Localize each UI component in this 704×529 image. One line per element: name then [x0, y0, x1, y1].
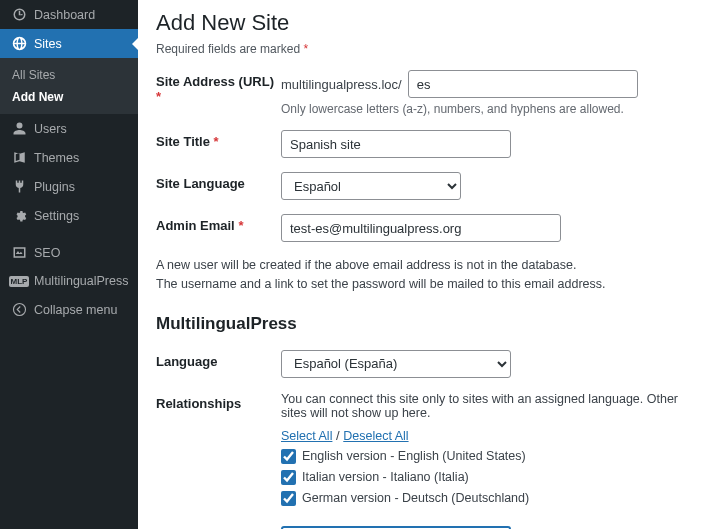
sidebar-label: Settings: [34, 209, 79, 223]
sidebar-label: MultilingualPress: [34, 274, 128, 288]
relationship-row: Italian version - Italiano (Italia): [281, 470, 686, 485]
sidebar-item-multilingualpress[interactable]: MLP MultilingualPress: [0, 267, 138, 295]
site-language-select[interactable]: Español: [281, 172, 461, 200]
row-site-title: Site Title *: [156, 130, 686, 158]
sidebar-item-dashboard[interactable]: Dashboard: [0, 0, 138, 29]
svg-point-0: [13, 304, 25, 316]
label-site-address: Site Address (URL) *: [156, 70, 281, 104]
relationship-row: German version - Deutsch (Deutschland): [281, 491, 686, 506]
label-site-title: Site Title *: [156, 130, 281, 149]
settings-icon: [10, 208, 28, 223]
relationship-label: English version - English (United States…: [302, 449, 526, 463]
row-mlp-language: Language Español (España): [156, 350, 686, 378]
sidebar-item-collapse[interactable]: Collapse menu: [0, 295, 138, 324]
sidebar-item-plugins[interactable]: Plugins: [0, 172, 138, 201]
users-icon: [10, 121, 28, 136]
label-mlp-language: Language: [156, 350, 281, 369]
sites-icon: [10, 36, 28, 51]
relationship-row: English version - English (United States…: [281, 449, 686, 464]
sidebar-label: Themes: [34, 151, 79, 165]
sidebar-label: Plugins: [34, 180, 75, 194]
relationship-checkbox-en[interactable]: [281, 449, 296, 464]
admin-email-note: A new user will be created if the above …: [156, 256, 686, 294]
mlp-language-select[interactable]: Español (España): [281, 350, 511, 378]
site-title-input[interactable]: [281, 130, 511, 158]
sidebar-label: SEO: [34, 246, 60, 260]
deselect-all-link[interactable]: Deselect All: [343, 429, 408, 443]
row-based-on: Based on site http://multilingualpress.l…: [156, 526, 686, 530]
mlp-icon: MLP: [10, 276, 28, 287]
collapse-icon: [10, 302, 28, 317]
mlp-heading: MultilingualPress: [156, 314, 686, 334]
row-relationships: Relationships You can connect this site …: [156, 392, 686, 512]
label-based-on: Based on site: [156, 526, 281, 530]
sidebar-label: Collapse menu: [34, 303, 117, 317]
page-title: Add New Site: [156, 10, 686, 36]
label-site-language: Site Language: [156, 172, 281, 191]
sidebar-sub-all-sites[interactable]: All Sites: [0, 64, 138, 86]
sidebar-label: Dashboard: [34, 8, 95, 22]
relationship-label: Italian version - Italiano (Italia): [302, 470, 469, 484]
sidebar-item-settings[interactable]: Settings: [0, 201, 138, 230]
relationship-label: German version - Deutsch (Deutschland): [302, 491, 529, 505]
sidebar-sub-add-new[interactable]: Add New: [0, 86, 138, 108]
sidebar-item-seo[interactable]: SEO: [0, 238, 138, 267]
themes-icon: [10, 150, 28, 165]
label-relationships: Relationships: [156, 392, 281, 411]
sidebar-item-sites[interactable]: Sites: [0, 29, 138, 58]
select-all-link[interactable]: Select All: [281, 429, 332, 443]
select-links: Select All / Deselect All: [281, 428, 686, 443]
site-address-prefix: multilingualpress.loc/: [281, 77, 402, 92]
row-site-address: Site Address (URL) * multilingualpress.l…: [156, 70, 686, 116]
main-content: Add New Site Required fields are marked …: [138, 0, 704, 529]
relationship-checkbox-de[interactable]: [281, 491, 296, 506]
sidebar-item-themes[interactable]: Themes: [0, 143, 138, 172]
row-admin-email: Admin Email *: [156, 214, 686, 242]
relationships-desc: You can connect this site only to sites …: [281, 392, 686, 420]
site-address-hint: Only lowercase letters (a-z), numbers, a…: [281, 102, 686, 116]
required-note: Required fields are marked *: [156, 42, 686, 56]
sidebar-item-users[interactable]: Users: [0, 114, 138, 143]
label-admin-email: Admin Email *: [156, 214, 281, 233]
admin-email-input[interactable]: [281, 214, 561, 242]
based-on-select[interactable]: http://multilingualpress.loc: [281, 526, 511, 530]
dashboard-icon: [10, 7, 28, 22]
sidebar-label: Sites: [34, 37, 62, 51]
admin-sidebar: Dashboard Sites All Sites Add New Users …: [0, 0, 138, 529]
row-site-language: Site Language Español: [156, 172, 686, 200]
site-address-input[interactable]: [408, 70, 638, 98]
sidebar-label: Users: [34, 122, 67, 136]
sidebar-submenu: All Sites Add New: [0, 58, 138, 114]
seo-icon: [10, 245, 28, 260]
plugins-icon: [10, 179, 28, 194]
relationship-checkbox-it[interactable]: [281, 470, 296, 485]
